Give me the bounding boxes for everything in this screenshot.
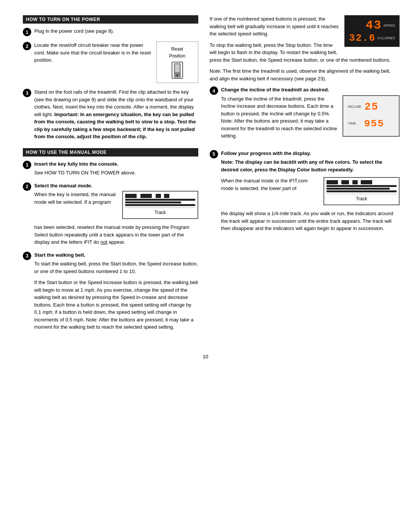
manual-step-2-text-after: has been selected, reselect the manual m…	[34, 224, 198, 246]
right-step-5: 5 Follow your progress with the display.…	[210, 150, 400, 236]
track2-line-2	[327, 188, 390, 190]
manual-step-2-label: Select the manual mode.	[34, 182, 198, 190]
step-3-power-content: Stand on the foot rails of the treadmill…	[34, 88, 198, 141]
right-step-4-content: Change the incline of the treadmill as d…	[221, 86, 400, 144]
right-step-5-content: Follow your progress with the display. N…	[221, 150, 400, 236]
lcd-speed-num: 43	[366, 18, 382, 32]
step-1-power-text: Plug in the power cord (see page 8).	[34, 28, 114, 34]
right-step-5-text-before: When the manual mode or the iFIT.com mod…	[221, 177, 320, 192]
track-seg-4	[164, 194, 169, 198]
step2-not: not	[100, 239, 107, 245]
incline-row-1: INCLINE 25	[348, 99, 394, 115]
page-container: HOW TO TURN ON THE POWER 1 Plug in the p…	[23, 15, 388, 342]
step-3-bold: Important: In an emergency situation, th…	[34, 112, 196, 140]
step-2-text: Locate the reset/off circuit breaker nea…	[34, 42, 152, 64]
tg2-row-4	[327, 190, 397, 192]
step-1-power: 1 Plug in the power cord (see page 8).	[23, 27, 198, 36]
manual-step-1-content: Insert the key fully into the console. S…	[34, 160, 198, 177]
manual-step-3-label: Start the walking belt.	[34, 251, 198, 259]
track2-seg-1	[327, 180, 338, 184]
step-num-1: 1	[23, 28, 31, 36]
manual-step-2-row: When the key is inserted, the manual mod…	[34, 191, 198, 219]
track2-seg-3	[352, 180, 358, 184]
track-line-1	[125, 199, 195, 201]
manual-step-1-text: See HOW TO TURN ON THE POWER above.	[34, 169, 198, 177]
tg-row-2	[125, 199, 195, 201]
right-step-5-label: Follow your progress with the display.	[221, 150, 400, 157]
manual-step-num-2: 2	[23, 182, 31, 191]
tg-row-1	[125, 194, 195, 198]
step-1-power-content: Plug in the power cord (see page 8).	[34, 27, 198, 35]
track-seg-1	[125, 194, 137, 198]
manual-step-3-content: Start the walking belt. To start the wal…	[34, 251, 198, 335]
track-line-2	[125, 201, 181, 203]
right-step-4: 4 Change the incline of the treadmill as…	[210, 86, 400, 144]
track2-seg-2	[341, 180, 349, 184]
lcd-calories-row: 32.6 CALORIES	[349, 32, 395, 44]
svg-rect-1	[175, 64, 180, 72]
track-label-2: Track	[327, 194, 397, 202]
manual-step-1: 1 Insert the key fully into the console.…	[23, 160, 198, 177]
right-step-5-text-after: the display will show a 1/4-mile track. …	[221, 210, 400, 232]
manual-step-2-text-before: When the key is inserted, the manual mod…	[34, 191, 118, 206]
right-step-4-text: To change the incline of the treadmill, …	[221, 95, 339, 140]
section-turn-on-power: HOW TO TURN ON THE POWER 1 Plug in the p…	[23, 15, 198, 141]
track-graphic-2	[327, 180, 397, 192]
speed-calories-display: 43 SPEED 32.6 CALORIES	[344, 15, 400, 47]
track-seg-3	[156, 194, 161, 198]
reset-icon	[172, 62, 183, 79]
right-step-4-row: To change the incline of the treadmill, …	[221, 95, 400, 140]
track-display-1: Track	[122, 191, 198, 219]
step-2-power-content: Locate the reset/off circuit breaker nea…	[34, 42, 198, 83]
lcd-calories-num: 32.6	[349, 32, 376, 44]
track2-seg-4	[361, 180, 372, 184]
tg-row-4	[125, 204, 195, 206]
manual-step-3-para2: If the Start button or the Speed increas…	[34, 279, 198, 331]
step-num-3: 3	[23, 89, 31, 97]
reset-label: ResetPosition	[169, 46, 185, 59]
lcd-calories-label: CALORIES	[377, 36, 395, 40]
manual-step-3-para1: To start the walking belt, press the Sta…	[34, 260, 198, 275]
step-2-row: Locate the reset/off circuit breaker nea…	[34, 42, 198, 83]
page-number: 10	[23, 354, 388, 359]
incline-label: INCLINE	[348, 104, 362, 110]
svg-point-2	[176, 74, 178, 77]
incline-num: 25	[365, 99, 379, 115]
section-header-power: HOW TO TURN ON THE POWER	[23, 15, 198, 24]
right-step-5-bold: Note: The display can be backlit with an…	[221, 158, 400, 173]
step2-text-end: appear.	[107, 239, 125, 245]
track-line-3	[125, 204, 195, 206]
time-label: TIME	[348, 121, 361, 126]
tg2-row-1	[327, 180, 397, 184]
reset-box: ResetPosition	[156, 42, 198, 83]
track-seg-2	[140, 194, 152, 198]
time-num: 955	[364, 117, 384, 131]
manual-step-1-label: Insert the key fully into the console.	[34, 160, 198, 168]
right-step-5-row: When the manual mode or the iFIT.com mod…	[221, 177, 400, 205]
lcd-display: 43 SPEED 32.6 CALORIES	[344, 15, 400, 47]
manual-step-num-3: 3	[23, 252, 31, 260]
manual-step-2: 2 Select the manual mode. When the key i…	[23, 182, 198, 246]
step-num-2: 2	[23, 42, 31, 50]
lcd-speed-row: 43 SPEED	[366, 18, 395, 32]
track-label-1: Track	[125, 208, 195, 216]
right-step-4-label: Change the incline of the treadmill as d…	[221, 86, 400, 94]
manual-step-2-content: Select the manual mode. When the key is …	[34, 182, 198, 246]
step-2-power: 2 Locate the reset/off circuit breaker n…	[23, 42, 198, 83]
section-header-manual: HOW TO USE THE MANUAL MODE	[23, 148, 198, 157]
tg2-row-3	[327, 188, 397, 190]
right-para3: Note: The first time the treadmill is us…	[210, 67, 400, 82]
section-manual-mode: HOW TO USE THE MANUAL MODE 1 Insert the …	[23, 148, 198, 335]
track2-line-1	[327, 185, 397, 187]
incline-row-2: TIME 955	[348, 117, 394, 131]
right-column: 43 SPEED 32.6 CALORIES If one of the num…	[210, 15, 400, 342]
right-step-num-5: 5	[210, 150, 218, 158]
right-step-num-4: 4	[210, 86, 218, 95]
track2-line-3	[327, 190, 397, 192]
track-graphic-1	[125, 194, 195, 206]
right-top-section: 43 SPEED 32.6 CALORIES If one of the num…	[210, 15, 400, 86]
left-column: HOW TO TURN ON THE POWER 1 Plug in the p…	[23, 15, 198, 342]
tg-row-3	[125, 201, 195, 203]
manual-step-3: 3 Start the walking belt. To start the w…	[23, 251, 198, 335]
incline-display: INCLINE 25 TIME 955	[342, 95, 400, 137]
